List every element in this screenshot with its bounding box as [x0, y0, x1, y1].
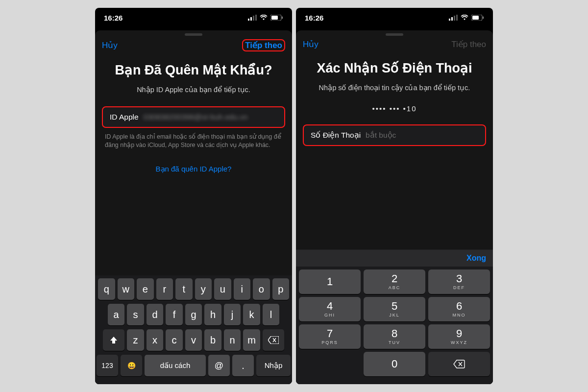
dot-key[interactable]: .	[232, 355, 254, 376]
key-x[interactable]: x	[147, 329, 164, 351]
wifi-icon	[461, 15, 468, 21]
key-r[interactable]: r	[156, 278, 173, 300]
signal-icon	[449, 15, 458, 21]
phone-label: Số Điện Thoại	[311, 131, 361, 140]
key-d[interactable]: d	[147, 304, 164, 325]
key-y[interactable]: y	[195, 278, 212, 300]
numpad-key-6[interactable]: 6MNO	[428, 297, 490, 321]
key-p[interactable]: p	[272, 278, 290, 300]
at-key[interactable]: @	[208, 355, 230, 376]
key-z[interactable]: z	[127, 329, 144, 351]
status-time: 16:26	[104, 14, 122, 22]
apple-id-value: 030838200396@st-buh.edu.vn	[144, 113, 277, 122]
key-k[interactable]: k	[243, 304, 260, 325]
svg-rect-9	[454, 16, 455, 21]
page-title: Bạn Đã Quên Mật Khẩu?	[115, 62, 272, 79]
key-h[interactable]: h	[204, 304, 221, 325]
phone-left: 16:26 Hủy Tiếp theo	[95, 8, 292, 384]
svg-rect-12	[472, 16, 479, 20]
numpad-key-0[interactable]: 0	[364, 352, 425, 376]
key-l[interactable]: l	[263, 304, 280, 325]
keyboard-numpad: 12ABC3DEF 4GHI5JKL6MNO 7PQRS8TUV9WXYZ 0	[296, 267, 493, 384]
status-bar: 16:26	[95, 8, 292, 27]
apple-id-field[interactable]: ID Apple 030838200396@st-buh.edu.vn	[102, 106, 285, 128]
next-button[interactable]: Tiếp theo	[245, 41, 282, 50]
svg-rect-6	[282, 17, 283, 19]
key-g[interactable]: g	[185, 304, 202, 325]
numeric-switch-key[interactable]: 123	[97, 355, 118, 376]
phone-number-field[interactable]: Số Điện Thoại bắt buộc	[303, 124, 486, 146]
key-u[interactable]: u	[214, 278, 231, 300]
svg-rect-5	[271, 16, 278, 20]
sheet-handle[interactable]	[185, 33, 202, 36]
svg-rect-2	[253, 16, 254, 21]
next-button-highlight: Tiếp theo	[242, 39, 285, 51]
key-c[interactable]: c	[166, 329, 183, 351]
key-t[interactable]: t	[175, 278, 193, 300]
status-right	[449, 15, 484, 21]
key-a[interactable]: a	[108, 304, 125, 325]
numpad-key-5[interactable]: 5JKL	[364, 297, 425, 321]
nav-bar: Hủy Tiếp theo	[95, 38, 292, 53]
numpad-key-3[interactable]: 3DEF	[428, 270, 490, 294]
battery-icon	[270, 15, 283, 21]
next-button: Tiếp theo	[451, 39, 486, 49]
key-n[interactable]: n	[224, 329, 241, 351]
numpad-key-9[interactable]: 9WXYZ	[428, 324, 490, 349]
apple-id-label: ID Apple	[110, 113, 139, 122]
key-v[interactable]: v	[185, 329, 202, 351]
key-o[interactable]: o	[253, 278, 270, 300]
key-m[interactable]: m	[243, 329, 260, 351]
field-hint: ID Apple là địa chỉ email hoặc số điện t…	[102, 128, 285, 150]
numpad-blank	[299, 352, 361, 376]
signal-icon	[248, 15, 257, 21]
status-bar: 16:26	[296, 8, 493, 27]
space-key[interactable]: dấu cách	[145, 355, 206, 376]
numpad-key-8[interactable]: 8TUV	[364, 324, 425, 349]
key-q[interactable]: q	[98, 278, 115, 300]
return-key[interactable]: Nhập	[256, 355, 291, 376]
svg-rect-8	[451, 17, 453, 21]
numpad-key-1[interactable]: 1	[299, 270, 361, 294]
done-button[interactable]: Xong	[466, 254, 486, 263]
numpad-key-2[interactable]: 2ABC	[364, 270, 425, 294]
key-f[interactable]: f	[166, 304, 183, 325]
modal-sheet: Hủy Tiếp theo Bạn Đã Quên Mật Khẩu? Nhập…	[95, 30, 292, 384]
backspace-key[interactable]	[263, 329, 284, 351]
status-right	[248, 15, 283, 21]
svg-rect-7	[449, 19, 450, 21]
key-e[interactable]: e	[137, 278, 154, 300]
svg-rect-3	[255, 15, 257, 21]
svg-rect-13	[483, 17, 484, 19]
numpad-key-7[interactable]: 7PQRS	[299, 324, 361, 349]
emoji-key[interactable]: 😀	[121, 355, 142, 376]
wifi-icon	[260, 15, 268, 21]
content-area: Xác Nhận Số Điện Thoại Nhập số điện thoạ…	[296, 51, 493, 249]
keyboard-accessory: Xong	[296, 249, 493, 267]
key-s[interactable]: s	[127, 304, 144, 325]
key-w[interactable]: w	[118, 278, 135, 300]
shift-key[interactable]	[103, 329, 124, 351]
phone-right: 16:26 Hủy Tiếp theo Xác Nhận Số Điệ	[296, 8, 493, 384]
numpad-key-4[interactable]: 4GHI	[299, 297, 361, 321]
svg-rect-10	[456, 15, 458, 21]
page-subtitle: Nhập số điện thoại tin cậy của bạn để ti…	[319, 84, 470, 92]
masked-phone: •••• ••• •10	[372, 104, 416, 113]
keyboard-qwerty: qwertyuiop asdfghjkl zxcvbnm 123 😀 dấu c…	[95, 275, 292, 384]
nav-bar: Hủy Tiếp theo	[296, 38, 493, 51]
sheet-handle[interactable]	[386, 33, 403, 36]
forgot-apple-id-link[interactable]: Bạn đã quên ID Apple?	[156, 165, 232, 173]
cancel-button[interactable]: Hủy	[102, 40, 118, 50]
content-area: Bạn Đã Quên Mật Khẩu? Nhập ID Apple của …	[95, 53, 292, 275]
modal-sheet: Hủy Tiếp theo Xác Nhận Số Điện Thoại Nhậ…	[296, 30, 493, 384]
page-subtitle: Nhập ID Apple của bạn để tiếp tục.	[137, 86, 250, 94]
page-title: Xác Nhận Số Điện Thoại	[317, 60, 472, 77]
key-i[interactable]: i	[234, 278, 251, 300]
status-time: 16:26	[305, 14, 323, 22]
key-j[interactable]: j	[224, 304, 241, 325]
svg-rect-1	[250, 17, 252, 21]
svg-rect-0	[248, 19, 249, 21]
key-b[interactable]: b	[204, 329, 221, 351]
numpad-backspace[interactable]	[428, 352, 490, 376]
cancel-button[interactable]: Hủy	[303, 39, 318, 49]
